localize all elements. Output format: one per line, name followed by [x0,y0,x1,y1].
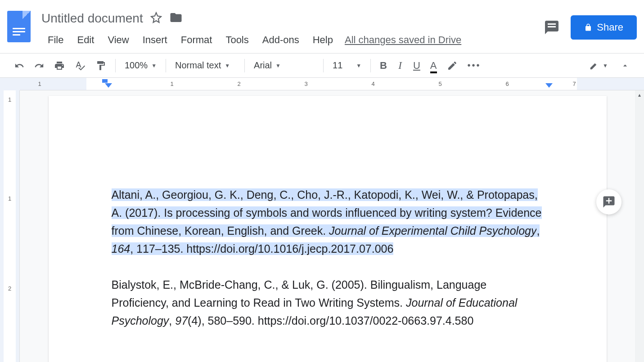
ruler-tick: 5 [438,80,441,87]
vertical-scrollbar[interactable]: ▴ [635,90,644,362]
menu-format[interactable]: Format [175,32,219,48]
chevron-down-icon: ▼ [225,63,230,69]
ruler-tick: 6 [505,80,509,87]
redo-button[interactable] [31,58,48,74]
header-bar: Untitled document File Edit View Insert … [0,0,644,53]
document-title[interactable]: Untitled document [41,11,143,26]
paint-format-button[interactable] [92,58,110,74]
menu-addons[interactable]: Add-ons [256,32,306,48]
paragraph[interactable]: Altani, A., Georgiou, G. K., Deng, C., C… [112,186,544,258]
save-status[interactable]: All changes saved in Drive [345,34,461,46]
font-dropdown[interactable]: Arial ▼ [250,58,318,72]
menu-tools[interactable]: Tools [219,32,255,48]
folder-icon[interactable] [169,11,183,26]
chevron-down-icon: ▼ [151,63,157,69]
chevron-down-icon: ▼ [356,63,361,69]
comments-icon[interactable] [544,19,560,36]
spellcheck-button[interactable] [71,58,89,74]
ruler-tick: 7 [572,80,576,87]
menu-file[interactable]: File [41,32,70,48]
right-margin-marker[interactable] [545,83,553,88]
ruler-tick: 2 [8,285,11,292]
ruler-tick: 2 [237,80,240,87]
document-body[interactable]: Altani, A., Georgiou, G. K., Deng, C., C… [112,186,544,330]
chevron-down-icon: ▼ [603,63,608,69]
chevron-down-icon: ▼ [275,63,281,69]
more-button[interactable]: ••• [464,58,485,74]
pencil-icon [589,61,599,71]
docs-logo[interactable] [7,11,31,42]
page[interactable]: Altani, A., Georgiou, G. K., Deng, C., C… [49,96,607,362]
ruler-tick: 1 [170,80,173,87]
menu-bar: File Edit View Insert Format Tools Add-o… [41,32,544,48]
share-label: Share [597,22,623,33]
menu-help[interactable]: Help [306,32,339,48]
ruler-tick: 1 [8,195,11,202]
share-button[interactable]: Share [571,15,637,40]
menu-edit[interactable]: Edit [71,32,100,48]
ruler-tick: 1 [8,96,11,103]
print-button[interactable] [50,58,68,74]
undo-button[interactable] [11,58,28,74]
vertical-ruler[interactable]: 1 1 2 [0,90,20,362]
editing-mode-dropdown[interactable]: ▼ [585,59,612,72]
left-margin-marker[interactable] [105,83,112,88]
ruler-tick: 1 [38,80,41,87]
horizontal-ruler[interactable]: 1 1 2 3 4 5 6 7 [0,78,644,90]
italic-button[interactable]: I [393,58,407,74]
menu-insert[interactable]: Insert [136,32,174,48]
menu-view[interactable]: View [101,32,135,48]
add-comment-button[interactable] [596,189,621,215]
collapse-toolbar-button[interactable] [617,58,633,74]
toolbar: 100% ▼ Normal text ▼ Arial ▼ 11 ▼ B I U … [0,54,644,78]
zoom-dropdown[interactable]: 100% ▼ [121,58,160,72]
fontsize-dropdown[interactable]: 11 ▼ [329,58,365,72]
ruler-tick: 4 [371,80,374,87]
paragraph[interactable]: Bialystok, E., McBride-Chang, C., & Luk,… [112,276,544,330]
star-icon[interactable] [150,12,162,25]
ruler-tick: 3 [304,80,307,87]
text-color-button[interactable]: A [427,58,441,74]
lock-icon [584,23,592,31]
bold-button[interactable]: B [376,58,391,74]
document-canvas[interactable]: Altani, A., Georgiou, G. K., Deng, C., C… [20,90,635,362]
style-dropdown[interactable]: Normal text ▼ [171,58,239,72]
highlight-button[interactable] [443,58,461,74]
underline-button[interactable]: U [410,58,424,74]
scroll-up-button[interactable]: ▴ [635,90,644,99]
